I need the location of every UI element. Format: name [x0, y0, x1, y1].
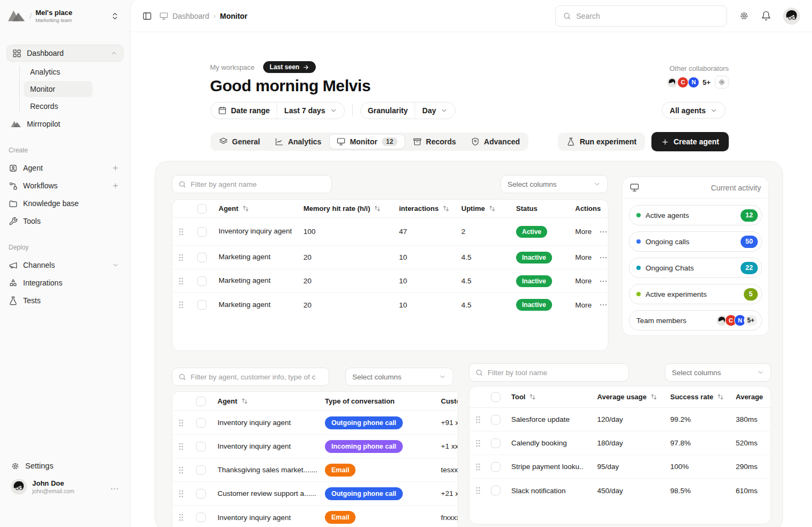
sidebar-item-dashboard[interactable]: Dashboard — [6, 45, 124, 62]
sidebar-item-integrations[interactable]: Integrations — [6, 274, 124, 291]
sidebar-item-settings[interactable]: Settings — [6, 457, 124, 474]
activity-item-active-experiments[interactable]: Active experiments 5 — [629, 284, 762, 304]
row-checkbox[interactable] — [197, 227, 207, 237]
table-row[interactable]: Customer review support a...... Outgoing… — [172, 482, 458, 506]
all-agents-dropdown[interactable]: All agents — [662, 102, 726, 119]
table-row[interactable]: Slack notification 450/day 98.5% 610ms — [469, 479, 771, 502]
row-checkbox[interactable] — [196, 465, 206, 475]
sidebar-item-agent[interactable]: Agent — [6, 159, 124, 177]
user-more-button[interactable]: ... — [111, 482, 119, 492]
row-menu-button[interactable]: ⋯ — [599, 276, 608, 286]
activity-item-ongoing-chats[interactable]: Ongoing Chats 22 — [629, 258, 762, 278]
drag-handle-icon[interactable] — [475, 415, 481, 424]
breadcrumb-parent[interactable]: Dashboard — [172, 12, 209, 20]
row-menu-button[interactable]: ⋯ — [599, 300, 608, 310]
row-checkbox[interactable] — [196, 418, 206, 428]
row-menu-button[interactable]: ⋯ — [599, 227, 608, 237]
drag-handle-icon[interactable] — [178, 419, 184, 427]
more-button[interactable]: More — [575, 277, 592, 285]
table-row[interactable]: Salesforce update 120/day 99.2% 380ms — [469, 408, 771, 431]
sidebar-item-monitor[interactable]: Monitor — [24, 81, 92, 97]
sidebar-item-workflows[interactable]: Workflows — [6, 177, 124, 194]
drag-handle-icon[interactable] — [475, 486, 481, 495]
drag-handle-icon[interactable] — [178, 513, 184, 522]
tab-general[interactable]: General — [212, 135, 267, 149]
row-checkbox[interactable] — [491, 486, 501, 495]
sort-icon[interactable] — [650, 393, 658, 401]
sidebar-item-tests[interactable]: Tests — [6, 292, 124, 309]
notifications-button[interactable] — [761, 11, 771, 21]
conversation-filter-input[interactable] — [191, 373, 323, 381]
sidebar-item-tools[interactable]: Tools — [6, 213, 124, 230]
table-row[interactable]: Inventory inquiry agent 100 47 2 Active … — [172, 218, 608, 246]
sidebar-item-records[interactable]: Records — [24, 98, 92, 114]
table-row[interactable]: Inventory inquiry agent Outgoing phone c… — [172, 411, 458, 435]
tool-filter[interactable] — [469, 363, 629, 382]
settings-button[interactable] — [739, 11, 749, 21]
tab-analytics[interactable]: Analytics — [268, 135, 328, 149]
select-all-checkbox[interactable] — [197, 204, 207, 214]
sort-icon[interactable] — [242, 204, 250, 213]
select-all-checkbox[interactable] — [196, 397, 206, 406]
sort-icon[interactable] — [373, 204, 381, 213]
drag-handle-icon[interactable] — [178, 442, 184, 451]
conversation-filter[interactable] — [172, 368, 329, 386]
conversation-select-columns[interactable]: Select columns — [345, 368, 453, 386]
collaborators-overflow[interactable]: 5+ — [702, 78, 711, 86]
workspace-switcher[interactable]: / Mel's place Marketting team — [0, 0, 130, 23]
sidebar-toggle-button[interactable] — [142, 11, 152, 21]
tool-select-columns[interactable]: Select columns — [665, 363, 771, 382]
run-experiment-button[interactable]: Run experiment — [558, 133, 645, 151]
sort-icon[interactable] — [442, 204, 450, 213]
row-checkbox[interactable] — [197, 276, 207, 286]
drag-handle-icon[interactable] — [178, 466, 184, 474]
table-row[interactable]: Inventory inquiry agent Email frxxxx — [172, 506, 458, 527]
drag-handle-icon[interactable] — [178, 489, 184, 498]
drag-handle-icon[interactable] — [178, 228, 184, 236]
agent-filter[interactable] — [172, 175, 332, 193]
table-row[interactable]: Inventory inquiry agent Incoming phone c… — [172, 435, 458, 458]
collaborator-avatar[interactable]: C — [677, 77, 688, 88]
table-row[interactable]: Calendly booking 180/day 97.8% 520ms — [469, 431, 771, 455]
row-menu-button[interactable]: ⋯ — [599, 253, 608, 262]
tab-advanced[interactable]: Advanced — [464, 135, 527, 149]
agent-select-columns[interactable]: Select columns — [501, 175, 608, 193]
sidebar-item-knowledge-base[interactable]: Knowledge base — [6, 195, 124, 212]
row-checkbox[interactable] — [196, 513, 206, 522]
last-seen-button[interactable]: Last seen — [263, 61, 316, 73]
more-button[interactable]: More — [575, 301, 592, 309]
workspace-selector-icon[interactable] — [111, 12, 119, 20]
create-agent-button[interactable]: Create agent — [651, 132, 729, 151]
table-row[interactable]: Marketing agent 20 10 4.5 Inactive More⋯ — [172, 269, 608, 293]
drag-handle-icon[interactable] — [178, 277, 184, 286]
granularity-picker[interactable]: Granularity Day — [360, 102, 455, 119]
row-checkbox[interactable] — [491, 462, 501, 472]
drag-handle-icon[interactable] — [475, 439, 481, 448]
row-checkbox[interactable] — [491, 415, 501, 424]
row-checkbox[interactable] — [491, 438, 501, 448]
collaborator-avatar[interactable]: N — [688, 77, 699, 88]
search-input[interactable] — [576, 12, 720, 20]
activity-item-team-members[interactable]: Team members C N 5+ — [629, 310, 762, 331]
sort-icon[interactable] — [716, 393, 724, 401]
sidebar-item-mirrropilot[interactable]: Mirrropilot — [6, 115, 124, 133]
plus-icon[interactable] — [112, 164, 119, 172]
drag-handle-icon[interactable] — [178, 301, 184, 309]
date-range-picker[interactable]: Date range Last 7 days — [211, 102, 345, 119]
activity-item-ongoing-calls[interactable]: Ongoing calls 50 — [629, 231, 762, 252]
select-all-checkbox[interactable] — [491, 392, 501, 402]
sort-icon[interactable] — [488, 204, 496, 213]
tool-filter-input[interactable] — [488, 369, 622, 377]
user-profile[interactable]: John Doe john@email.com ... — [6, 474, 124, 499]
table-row[interactable]: Marketing agent 20 10 4.5 Inactive More⋯ — [172, 246, 608, 269]
sidebar-item-channels[interactable]: Channels — [6, 257, 124, 274]
row-checkbox[interactable] — [196, 442, 206, 451]
sidebar-item-analytics[interactable]: Analytics — [24, 64, 92, 80]
table-row[interactable]: Thanksgiving sales market....... Email t… — [172, 458, 458, 482]
collaborator-avatar[interactable] — [666, 77, 678, 88]
table-row[interactable]: Marketing agent 20 10 4.5 Inactive More⋯ — [172, 293, 608, 317]
profile-avatar[interactable] — [783, 8, 800, 25]
plus-icon[interactable] — [112, 182, 119, 189]
sort-icon[interactable] — [241, 397, 249, 405]
more-button[interactable]: More — [575, 253, 592, 261]
